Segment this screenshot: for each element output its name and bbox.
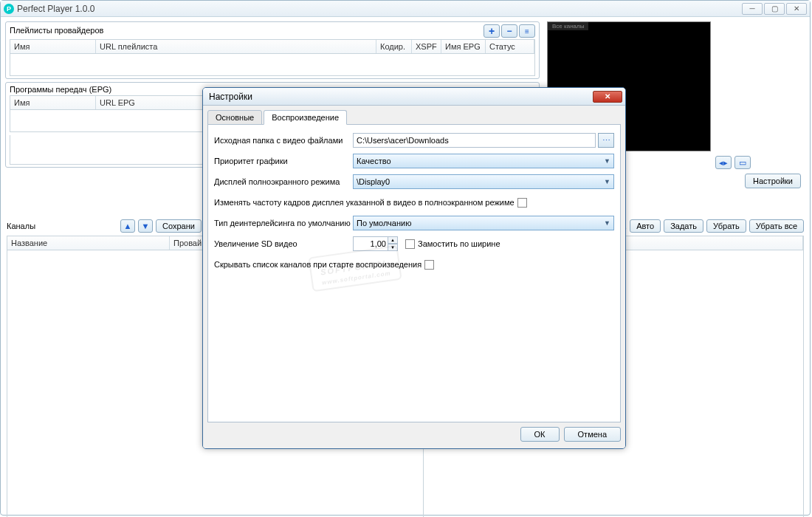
playlist-menu-button[interactable]: ≡ bbox=[519, 24, 535, 38]
maximize-button[interactable]: ▢ bbox=[764, 3, 785, 15]
spinner-sd-zoom[interactable] bbox=[353, 236, 388, 251]
dialog-title: Настройки bbox=[209, 92, 593, 102]
settings-dialog: Настройки ✕ Основные Воспроизведение Исх… bbox=[202, 87, 626, 449]
dialog-body: Основные Воспроизведение Исходная папка … bbox=[203, 106, 625, 448]
label-sd-zoom: Увеличение SD видео bbox=[214, 239, 353, 248]
playlist-panel-title: Плейлисты провайдеров bbox=[10, 26, 482, 35]
combo-fullscreen-display[interactable]: \Display0 ▼ bbox=[353, 174, 614, 189]
tab-basic[interactable]: Основные bbox=[207, 110, 262, 125]
tab-content: Исходная папка с видео файлами ⋯ Приорит… bbox=[207, 124, 621, 422]
browse-icon: ⋯ bbox=[602, 136, 610, 145]
minus-icon: − bbox=[506, 26, 512, 36]
col-xspf[interactable]: XSPF bbox=[412, 40, 441, 53]
settings-button[interactable]: Настройки bbox=[745, 174, 801, 188]
nav-buttons: ◂▸ ▭ bbox=[715, 156, 751, 169]
logo-auto-button[interactable]: Авто bbox=[630, 219, 661, 233]
plus-icon: + bbox=[489, 25, 495, 37]
label-tile-width: Замостить по ширине bbox=[418, 239, 500, 248]
checkbox-hide-channels[interactable] bbox=[424, 260, 434, 270]
spinner-up[interactable]: ▲ bbox=[388, 236, 398, 244]
label-deinterlace: Тип деинтерлейсинга по умолчанию bbox=[214, 219, 353, 227]
col-status[interactable]: Статус bbox=[486, 40, 534, 53]
playlist-panel: Плейлисты провайдеров + − ≡ Имя URL плей… bbox=[5, 21, 540, 79]
nav-prev-button[interactable]: ◂▸ bbox=[715, 156, 732, 169]
move-up-button[interactable]: ▲ bbox=[120, 219, 135, 233]
video-tab-label[interactable]: Все каналы bbox=[548, 22, 588, 30]
logo-remove-button[interactable]: Убрать bbox=[706, 219, 746, 233]
combo-graphics-value: Качество bbox=[357, 157, 391, 165]
playlist-rows bbox=[10, 54, 535, 76]
chevron-down-icon: ▼ bbox=[604, 178, 610, 185]
channels-label: Каналы bbox=[7, 222, 117, 230]
dialog-footer: ОК Отмена bbox=[207, 427, 621, 442]
browse-button[interactable]: ⋯ bbox=[598, 133, 614, 148]
combo-graphics-priority[interactable]: Качество ▼ bbox=[353, 154, 614, 168]
dialog-titlebar[interactable]: Настройки ✕ bbox=[203, 88, 625, 106]
add-playlist-button[interactable]: + bbox=[484, 24, 500, 38]
menu-icon: ≡ bbox=[525, 27, 529, 35]
main-titlebar: P Perfect Player 1.0.0 ─ ▢ ✕ bbox=[1, 1, 810, 17]
label-change-refresh: Изменять частоту кадров дисплея указанно… bbox=[214, 198, 515, 207]
close-button[interactable]: ✕ bbox=[786, 3, 807, 15]
window-title: Perfect Player 1.0.0 bbox=[17, 4, 742, 14]
label-source-folder: Исходная папка с видео файлами bbox=[214, 136, 353, 145]
col-coding[interactable]: Кодир. bbox=[376, 40, 412, 53]
col-name[interactable]: Имя bbox=[10, 40, 96, 53]
channels-col-name[interactable]: Название bbox=[7, 236, 170, 250]
remove-playlist-button[interactable]: − bbox=[501, 24, 517, 38]
combo-deinterlace[interactable]: По умолчанию ▼ bbox=[353, 216, 614, 230]
chevron-down-icon: ▼ bbox=[604, 157, 610, 165]
move-down-button[interactable]: ▼ bbox=[138, 219, 153, 233]
label-graphics-priority: Приоритет графики bbox=[214, 157, 353, 165]
epg-panel-title: Программы передач (EPG) bbox=[10, 85, 111, 94]
dialog-close-button[interactable]: ✕ bbox=[593, 91, 622, 103]
channels-col-spacer bbox=[622, 236, 803, 250]
spinner-down[interactable]: ▼ bbox=[388, 244, 398, 251]
cancel-button[interactable]: Отмена bbox=[564, 427, 621, 442]
label-fullscreen-display: Дисплей полноэкранного режима bbox=[214, 177, 353, 186]
app-icon: P bbox=[4, 4, 14, 14]
col-url[interactable]: URL плейлиста bbox=[96, 40, 376, 53]
checkbox-change-refresh[interactable] bbox=[517, 198, 527, 208]
minimize-button[interactable]: ─ bbox=[742, 3, 763, 15]
window-controls: ─ ▢ ✕ bbox=[742, 3, 807, 15]
combo-deinterlace-value: По умолчанию bbox=[357, 219, 411, 227]
col-epgname[interactable]: Имя EPG bbox=[441, 40, 486, 53]
chevron-down-icon: ▼ bbox=[604, 219, 610, 227]
logo-remove-all-button[interactable]: Убрать все bbox=[749, 219, 804, 233]
playlist-columns: Имя URL плейлиста Кодир. XSPF Имя EPG Ст… bbox=[10, 39, 535, 54]
save-channels-button[interactable]: Сохрани bbox=[156, 219, 202, 233]
input-source-folder[interactable] bbox=[353, 133, 596, 148]
nav-screen-button[interactable]: ▭ bbox=[734, 156, 751, 169]
epg-col-name[interactable]: Имя bbox=[10, 96, 96, 109]
logo-set-button[interactable]: Задать bbox=[664, 219, 703, 233]
checkbox-tile-width[interactable] bbox=[405, 239, 415, 249]
dialog-tabs: Основные Воспроизведение bbox=[207, 110, 621, 125]
tab-playback[interactable]: Воспроизведение bbox=[264, 110, 347, 125]
combo-display-value: \Display0 bbox=[357, 177, 390, 186]
label-hide-channels: Скрывать список каналов при старте воспр… bbox=[214, 260, 422, 269]
ok-button[interactable]: ОК bbox=[520, 427, 560, 442]
